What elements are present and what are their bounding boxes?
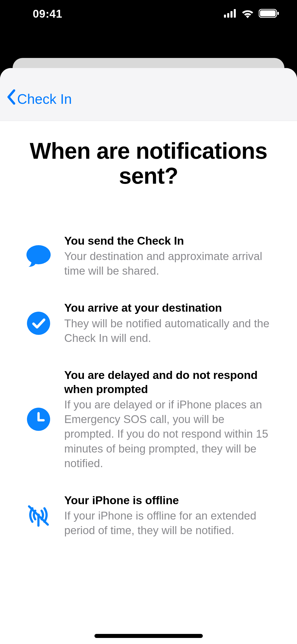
page-title: When are notifications sent?	[25, 139, 272, 188]
svg-rect-6	[277, 12, 279, 15]
info-item-desc: Your destination and approximate arrival…	[64, 249, 272, 278]
status-bar: 09:41	[0, 0, 297, 28]
svg-point-7	[26, 245, 51, 264]
svg-point-8	[27, 312, 50, 335]
info-item-title: You send the Check In	[64, 234, 272, 248]
svg-rect-3	[234, 9, 236, 18]
info-item-delayed: You are delayed and do not respond when …	[25, 368, 272, 471]
back-button-label: Check In	[17, 91, 72, 107]
message-bubble-icon	[25, 245, 52, 267]
info-item-desc: If you are delayed or if iPhone places a…	[64, 397, 272, 470]
info-item-offline: Your iPhone is offline If your iPhone is…	[25, 493, 272, 538]
info-list: You send the Check In Your destination a…	[25, 234, 272, 538]
info-item-desc: They will be notified automatically and …	[64, 316, 272, 345]
svg-rect-1	[227, 13, 229, 18]
info-item-desc: If your iPhone is offline for an extende…	[64, 508, 272, 538]
status-icons	[224, 9, 279, 19]
clock-icon	[25, 408, 52, 431]
svg-rect-5	[260, 10, 276, 16]
back-button[interactable]: Check In	[6, 90, 72, 108]
cellular-icon	[224, 9, 237, 19]
home-indicator[interactable]	[94, 634, 203, 638]
svg-rect-2	[230, 11, 233, 18]
info-item-arrive: You arrive at your destination They will…	[25, 301, 272, 345]
battery-icon	[259, 9, 279, 19]
content: When are notifications sent? You send th…	[0, 121, 297, 644]
chevron-left-icon	[6, 89, 16, 108]
info-item-title: You arrive at your destination	[64, 301, 272, 315]
antenna-slash-icon	[25, 503, 52, 528]
sheet: Check In When are notifications sent? Yo…	[0, 68, 297, 644]
info-item-send: You send the Check In Your destination a…	[25, 234, 272, 278]
info-item-title: You are delayed and do not respond when …	[64, 368, 272, 397]
svg-rect-0	[224, 15, 226, 18]
info-item-title: Your iPhone is offline	[64, 493, 272, 507]
checkmark-circle-icon	[25, 312, 52, 335]
wifi-icon	[241, 9, 254, 19]
status-time: 09:41	[33, 8, 62, 20]
nav-bar: Check In	[0, 68, 297, 121]
